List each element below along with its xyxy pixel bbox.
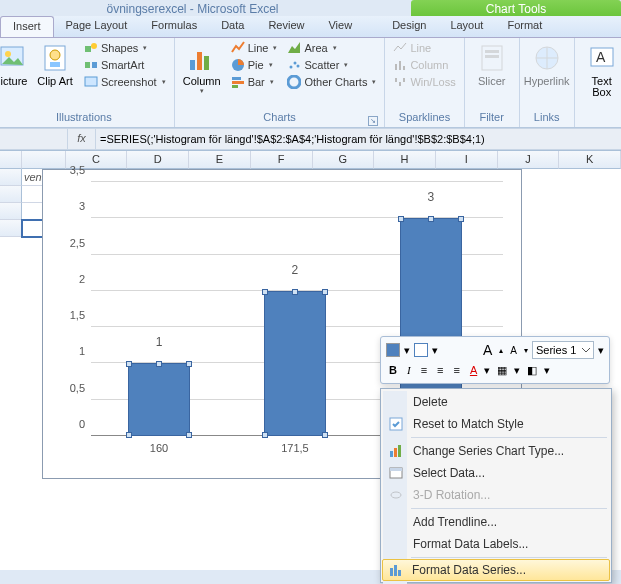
tab-data[interactable]: Data: [209, 16, 256, 37]
tab-page-layout[interactable]: Page Layout: [54, 16, 140, 37]
svg-text:A: A: [596, 49, 606, 65]
svg-rect-34: [390, 451, 393, 457]
col-header[interactable]: J: [498, 151, 560, 169]
column-chart-button[interactable]: Column▾: [181, 40, 223, 111]
col-header[interactable]: E: [189, 151, 251, 169]
ctx-change-chart-type[interactable]: Change Series Chart Type...: [383, 440, 609, 462]
select-data-icon: [388, 465, 404, 481]
row-header[interactable]: [0, 220, 22, 237]
name-box[interactable]: [0, 129, 68, 149]
svg-point-20: [288, 76, 300, 88]
area-chart-button[interactable]: Area▾: [285, 40, 378, 56]
svg-rect-41: [398, 570, 401, 576]
formula-bar: fx: [0, 128, 621, 150]
italic-button[interactable]: I: [404, 364, 414, 376]
col-header[interactable]: I: [436, 151, 498, 169]
col-header[interactable]: F: [251, 151, 313, 169]
font-color-button[interactable]: A: [467, 364, 480, 376]
row-header[interactable]: [0, 186, 22, 203]
col-header[interactable]: [22, 151, 66, 169]
charts-launcher[interactable]: ↘: [368, 116, 378, 126]
app-title: övningserexcel - Microsoft Excel: [0, 0, 385, 16]
sparkline-column-icon: [393, 58, 407, 72]
svg-rect-16: [232, 85, 238, 88]
row-header[interactable]: [0, 169, 22, 186]
slicer-icon: [476, 42, 508, 74]
data-label: 3: [428, 190, 435, 204]
format-series-icon: [388, 562, 404, 578]
tab-review[interactable]: Review: [256, 16, 316, 37]
shapes-button[interactable]: Shapes▾: [82, 40, 168, 56]
borders-button[interactable]: ▦: [494, 364, 510, 377]
group-sparklines: Sparklines: [391, 111, 457, 127]
bold-button[interactable]: B: [386, 364, 400, 376]
col-header[interactable]: H: [374, 151, 436, 169]
svg-rect-11: [197, 52, 202, 70]
data-label: 2: [292, 263, 299, 277]
ctx-3d-rotation: 3-D Rotation...: [383, 484, 609, 506]
ctx-format-data-labels[interactable]: Format Data Labels...: [383, 533, 609, 555]
svg-rect-40: [394, 565, 397, 576]
tab-layout[interactable]: Layout: [438, 16, 495, 37]
grow-font-button[interactable]: A: [480, 342, 495, 358]
formula-input[interactable]: [96, 131, 621, 147]
chart-type-icon: [388, 443, 404, 459]
chart-bar[interactable]: [264, 291, 326, 436]
chart-bar[interactable]: [128, 363, 190, 436]
select-all[interactable]: [0, 151, 22, 169]
sparkline-winloss-icon: [393, 75, 407, 89]
svg-rect-12: [204, 56, 209, 70]
smartart-button[interactable]: SmartArt: [82, 57, 168, 73]
mini-toolbar[interactable]: ▾ ▾ A▴ A▾ ▾ B I ≡ ≡ ≡ A▾ ▦▾ ◧▾: [380, 336, 610, 384]
tab-view[interactable]: View: [316, 16, 364, 37]
svg-rect-9: [85, 77, 97, 86]
svg-rect-7: [85, 62, 90, 68]
reset-icon: [388, 416, 404, 432]
series-name-selector[interactable]: [532, 341, 594, 359]
context-menu: Delete Reset to Match Style Change Serie…: [380, 388, 612, 583]
picture-button[interactable]: icture: [0, 40, 28, 111]
ribbon-tabs: Insert Page Layout Formulas Data Review …: [0, 16, 621, 38]
pie-chart-icon: [231, 58, 245, 72]
bar-chart-icon: [231, 75, 245, 89]
row-header[interactable]: [0, 203, 22, 220]
textbox-icon: A: [586, 42, 618, 74]
bar-chart-button[interactable]: Bar▾: [229, 74, 280, 90]
line-chart-button[interactable]: Line▾: [229, 40, 280, 56]
svg-rect-15: [232, 81, 244, 84]
fill-color-swatch[interactable]: [386, 343, 400, 357]
ctx-select-data[interactable]: Select Data...: [383, 462, 609, 484]
style-button[interactable]: ◧: [524, 364, 540, 377]
ctx-delete[interactable]: Delete: [383, 391, 609, 413]
col-header[interactable]: K: [559, 151, 621, 169]
tab-format[interactable]: Format: [495, 16, 554, 37]
scatter-chart-icon: [287, 58, 301, 72]
fx-button[interactable]: fx: [68, 129, 96, 149]
align-button[interactable]: ≡: [418, 364, 430, 376]
group-filter: Filter: [471, 111, 513, 127]
shrink-font-button[interactable]: A: [507, 345, 520, 356]
ctx-add-trendline[interactable]: Add Trendline...: [383, 511, 609, 533]
align-button[interactable]: ≡: [434, 364, 446, 376]
area-chart-icon: [287, 41, 301, 55]
tab-design[interactable]: Design: [380, 16, 438, 37]
textbox-button[interactable]: A Text Box: [581, 40, 621, 111]
svg-rect-35: [394, 448, 397, 457]
scatter-chart-button[interactable]: Scatter▾: [285, 57, 378, 73]
tab-insert[interactable]: Insert: [0, 16, 54, 37]
col-header[interactable]: D: [127, 151, 189, 169]
col-header[interactable]: G: [313, 151, 375, 169]
align-button[interactable]: ≡: [450, 364, 462, 376]
pie-chart-button[interactable]: Pie▾: [229, 57, 280, 73]
sparkline-winloss-button: Win/Loss: [391, 74, 457, 90]
data-label: 1: [156, 335, 163, 349]
screenshot-button[interactable]: Screenshot▾: [82, 74, 168, 90]
outline-color-swatch[interactable]: [414, 343, 428, 357]
tab-formulas[interactable]: Formulas: [139, 16, 209, 37]
sparkline-line-button: Line: [391, 40, 457, 56]
other-charts-button[interactable]: Other Charts▾: [285, 74, 378, 90]
clipart-button[interactable]: Clip Art: [34, 40, 76, 111]
ctx-reset-match-style[interactable]: Reset to Match Style: [383, 413, 609, 435]
ctx-format-data-series[interactable]: Format Data Series...: [382, 559, 610, 581]
group-links: Links: [526, 111, 568, 127]
